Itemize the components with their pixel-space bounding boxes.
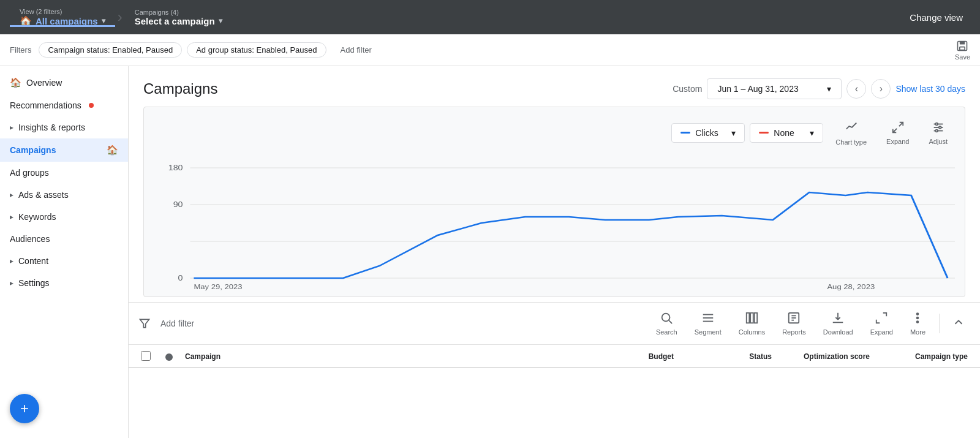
svg-text:180: 180 <box>168 164 183 172</box>
svg-point-9 <box>939 126 941 129</box>
columns-button[interactable]: Columns <box>733 309 771 338</box>
th-status[interactable]: Status <box>676 351 774 361</box>
sidebar-item-content[interactable]: ▸ Content <box>0 250 128 272</box>
date-range-picker[interactable]: Jun 1 – Aug 31, 2023 ▾ <box>707 78 842 99</box>
campaign-status-filter[interactable]: Campaign status: Enabled, Paused <box>39 42 182 58</box>
nav-separator: › <box>118 9 123 26</box>
svg-point-8 <box>935 123 938 125</box>
adjust-icon <box>932 121 945 135</box>
notification-dot <box>89 103 94 108</box>
content-area: Campaigns Custom Jun 1 – Aug 31, 2023 ▾ … <box>129 66 980 438</box>
chart-area: 180 90 0 May 29, 2023 Aug 28, 2023 <box>144 156 965 296</box>
date-next-button[interactable]: › <box>871 79 891 99</box>
date-picker-arrow-icon: ▾ <box>827 84 831 94</box>
th-budget[interactable]: Budget <box>566 351 676 361</box>
metric1-label: Clicks <box>695 128 718 138</box>
chart-toolbar: Clicks ▾ None ▾ Chart type <box>144 117 965 156</box>
fab-container: + <box>10 394 39 423</box>
sidebar-item-settings[interactable]: ▸ Settings <box>0 272 128 294</box>
nav-all-campaigns[interactable]: View (2 filters) 🏠 All campaigns ▾ <box>10 8 115 27</box>
chart-adjust-button[interactable]: Adjust <box>921 118 955 148</box>
columns-icon <box>745 311 758 326</box>
filter-bar: Filters Campaign status: Enabled, Paused… <box>0 34 980 66</box>
more-button[interactable]: More <box>904 309 932 338</box>
download-button[interactable]: Download <box>817 309 859 338</box>
select-all-checkbox[interactable] <box>141 351 151 361</box>
collapse-chart-button[interactable] <box>947 313 970 334</box>
download-icon <box>831 311 845 326</box>
metric2-button[interactable]: None ▾ <box>750 123 823 143</box>
table-expand-button[interactable]: Expand <box>864 309 899 338</box>
svg-line-22 <box>669 320 672 323</box>
content-expand-icon: ▸ <box>10 257 13 265</box>
campaigns-header: Campaigns Custom Jun 1 – Aug 31, 2023 ▾ … <box>129 66 980 107</box>
th-checkbox[interactable] <box>138 351 163 361</box>
reports-button[interactable]: Reports <box>776 309 812 338</box>
segment-button[interactable]: Segment <box>688 309 728 338</box>
metric2-label: None <box>774 128 794 138</box>
sidebar-item-adgroups[interactable]: Ad groups <box>0 162 128 184</box>
nav-all-campaigns-value: 🏠 All campaigns ▾ <box>20 15 105 27</box>
page-title: Campaigns <box>143 80 663 97</box>
metric1-button[interactable]: Clicks ▾ <box>671 123 745 143</box>
svg-point-35 <box>917 317 919 319</box>
svg-line-4 <box>893 128 897 132</box>
sidebar-item-audiences[interactable]: Audiences <box>0 228 128 250</box>
table-add-filter-label: Add filter <box>160 319 194 328</box>
metric2-arrow-icon: ▾ <box>810 128 814 138</box>
search-icon <box>660 311 673 326</box>
ads-expand-icon: ▸ <box>10 191 13 199</box>
date-prev-button[interactable]: ‹ <box>846 79 866 99</box>
sidebar-item-label: Settings <box>18 278 50 288</box>
svg-rect-27 <box>751 313 754 323</box>
main-layout: 🏠 Overview Recommendations ▸ Insights & … <box>0 66 980 438</box>
change-view-button[interactable]: Change view <box>902 7 970 28</box>
all-campaigns-arrow-icon: ▾ <box>102 17 105 25</box>
svg-text:Aug 28, 2023: Aug 28, 2023 <box>827 283 875 291</box>
svg-text:0: 0 <box>178 274 183 282</box>
table-toolbar: Add filter Search Segment <box>129 302 980 345</box>
show-last-30-button[interactable]: Show last 30 days <box>895 84 965 94</box>
sidebar-item-recommendations[interactable]: Recommendations <box>0 94 128 116</box>
insights-expand-icon: ▸ <box>10 123 13 132</box>
nav-select-campaign[interactable]: Campaigns (4) Select a campaign ▾ <box>125 9 232 26</box>
sidebar-item-overview[interactable]: 🏠 Overview <box>0 71 128 94</box>
svg-line-3 <box>899 122 903 126</box>
select-campaign-arrow-icon: ▾ <box>219 17 222 25</box>
add-fab-button[interactable]: + <box>10 394 39 423</box>
metric1-line-icon <box>680 132 690 134</box>
filter-icon <box>138 317 151 330</box>
download-label: Download <box>823 328 853 336</box>
metric2-line-icon <box>759 132 769 134</box>
table-add-filter-button[interactable]: Add filter <box>156 316 199 331</box>
chart-svg: 180 90 0 May 29, 2023 Aug 28, 2023 <box>154 156 955 296</box>
more-label: More <box>910 328 925 336</box>
add-filter-button[interactable]: Add filter <box>331 42 381 58</box>
sidebar-item-insights[interactable]: ▸ Insights & reports <box>0 116 128 138</box>
chart-expand-button[interactable]: Expand <box>879 118 916 148</box>
svg-point-10 <box>935 129 938 132</box>
sidebar-item-ads[interactable]: ▸ Ads & assets <box>0 184 128 206</box>
overview-icon: 🏠 <box>10 77 21 88</box>
sidebar-item-label: Keywords <box>18 212 56 222</box>
search-button[interactable]: Search <box>650 309 684 338</box>
nav-select-campaign-label: Campaigns (4) <box>135 9 222 16</box>
sidebar-item-label: Insights & reports <box>18 123 85 132</box>
save-button[interactable]: Save <box>955 40 970 61</box>
sidebar-item-keywords[interactable]: ▸ Keywords <box>0 206 128 228</box>
sidebar-item-campaigns[interactable]: Campaigns 🏠 <box>0 138 128 162</box>
chart-type-button[interactable]: Chart type <box>828 117 874 148</box>
chart-type-label: Chart type <box>835 138 867 146</box>
segment-label: Segment <box>695 328 722 336</box>
sidebar-item-label: Overview <box>26 78 62 88</box>
th-campaign[interactable]: Campaign <box>183 351 566 361</box>
reports-icon <box>787 311 801 326</box>
sidebar-item-label: Recommendations <box>10 100 81 110</box>
th-optimization-score[interactable]: Optimization score <box>774 351 872 361</box>
svg-point-21 <box>662 314 670 322</box>
sidebar: 🏠 Overview Recommendations ▸ Insights & … <box>0 66 129 438</box>
th-campaign-type[interactable]: Campaign type <box>872 351 970 361</box>
ad-group-status-filter[interactable]: Ad group status: Enabled, Paused <box>187 42 326 58</box>
svg-marker-20 <box>140 319 149 327</box>
sidebar-item-label: Audiences <box>10 234 50 244</box>
